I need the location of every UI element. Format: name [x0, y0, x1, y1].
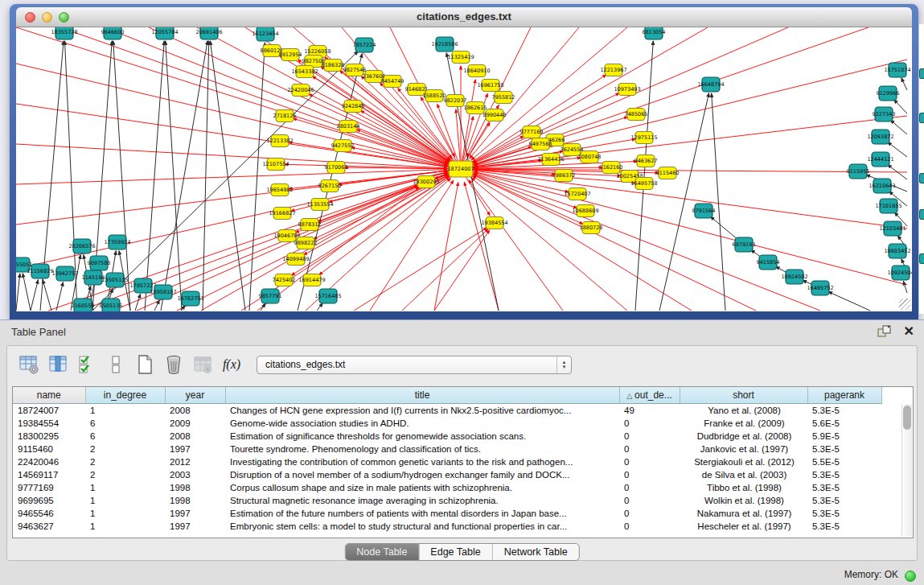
cell-in_degree[interactable]: 2	[85, 443, 165, 455]
network-canvas[interactable]: 7857224192185861664879420691406183557289…	[16, 27, 912, 311]
cell-pagerank[interactable]: 5.3E-5	[807, 494, 881, 507]
cell-in_degree[interactable]: 2	[85, 455, 165, 468]
unselect-all-button[interactable]	[104, 352, 128, 377]
cell-year[interactable]: 2009	[165, 417, 225, 430]
column-header-year[interactable]: year	[165, 387, 225, 403]
cell-out_degree[interactable]: 0	[619, 455, 680, 468]
column-header-in_degree[interactable]: in_degree	[85, 387, 165, 403]
table-row[interactable]: 946362711997Embryonic stem cells: a mode…	[13, 520, 881, 533]
cell-title[interactable]: Embryonic stem cells: a model to study s…	[225, 520, 619, 533]
cell-out_degree[interactable]: 0	[619, 507, 680, 520]
cell-short[interactable]: de Silva et al. (2003)	[680, 468, 807, 481]
window-resize-grip[interactable]	[899, 299, 910, 310]
cell-title[interactable]: Corpus callosum shape and size in male p…	[225, 481, 619, 494]
cell-in_degree[interactable]: 1	[85, 520, 165, 533]
column-header-title[interactable]: title	[225, 387, 619, 403]
cell-title[interactable]: Estimation of the future numbers of pati…	[225, 507, 619, 520]
cell-in_degree[interactable]: 6	[85, 417, 165, 430]
cell-name[interactable]: 14569117	[13, 468, 85, 481]
column-header-out_degree[interactable]: △out_de...	[619, 387, 680, 403]
cell-pagerank[interactable]: 5.3E-5	[807, 443, 881, 455]
network-window-titlebar[interactable]: citations_edges.txt	[16, 7, 912, 27]
new-column-button[interactable]	[133, 352, 157, 377]
cell-in_degree[interactable]: 1	[85, 494, 165, 507]
float-window-icon[interactable]	[877, 325, 892, 338]
cell-short[interactable]: Dudbridge et al. (2008)	[680, 430, 807, 443]
cell-name[interactable]: 9463627	[13, 520, 85, 533]
select-all-button[interactable]	[75, 352, 99, 377]
cell-title[interactable]: Disruption of a novel member of a sodium…	[225, 468, 619, 481]
cell-out_degree[interactable]: 0	[619, 430, 680, 443]
cell-name[interactable]: 22420046	[13, 455, 85, 468]
cell-year[interactable]: 2008	[165, 430, 225, 443]
table-attributes-button[interactable]	[17, 352, 41, 377]
cell-title[interactable]: Tourette syndrome. Phenomenology and cla…	[225, 443, 619, 455]
cell-in_degree[interactable]: 6	[85, 430, 165, 443]
cell-pagerank[interactable]: 5.5E-5	[807, 455, 881, 468]
cell-short[interactable]: Yano et al. (2008)	[680, 403, 807, 417]
cell-year[interactable]: 1998	[165, 481, 225, 494]
cell-out_degree[interactable]: 0	[619, 481, 680, 494]
table-row[interactable]: 2242004622012Investigating the contribut…	[13, 455, 881, 468]
cell-name[interactable]: 19384554	[13, 417, 85, 430]
table-row[interactable]: 1456911722003Disruption of a novel membe…	[13, 468, 881, 481]
cell-name[interactable]: 18724007	[13, 403, 85, 417]
cell-pagerank[interactable]: 5.3E-5	[807, 481, 881, 494]
cell-pagerank[interactable]: 5.3E-5	[807, 403, 881, 417]
table-row[interactable]: 977716911998Corpus callosum shape and si…	[13, 481, 881, 494]
cell-in_degree[interactable]: 1	[85, 507, 165, 520]
cell-title[interactable]: Genome-wide association studies in ADHD.	[225, 417, 619, 430]
cell-out_degree[interactable]: 0	[619, 520, 680, 533]
column-header-pagerank[interactable]: pagerank	[807, 387, 881, 403]
cell-short[interactable]: Nakamura et al. (1997)	[680, 507, 807, 520]
table-row[interactable]: 1830029562008Estimation of significance …	[13, 430, 881, 443]
cell-year[interactable]: 1997	[165, 443, 225, 455]
cell-year[interactable]: 1997	[165, 507, 225, 520]
cell-year[interactable]: 2012	[165, 455, 225, 468]
tab-network-table[interactable]: Network Table	[493, 544, 579, 560]
cell-name[interactable]: 9777169	[13, 481, 85, 494]
tab-node-table[interactable]: Node Table	[345, 544, 419, 560]
function-builder-button[interactable]: f(x)	[220, 352, 244, 377]
cell-in_degree[interactable]: 2	[85, 468, 165, 481]
table-row[interactable]: 1938455462009Genome-wide association stu…	[13, 417, 881, 430]
cell-title[interactable]: Changes of HCN gene expression and I(f) …	[225, 403, 619, 417]
cell-out_degree[interactable]: 0	[619, 417, 680, 430]
close-icon[interactable]: ✕	[904, 323, 914, 339]
memory-status-indicator[interactable]	[905, 571, 916, 582]
cell-pagerank[interactable]: 5.3E-5	[807, 507, 881, 520]
cell-pagerank[interactable]: 5.9E-5	[807, 430, 881, 443]
cell-short[interactable]: Tibbo et al. (1998)	[680, 481, 807, 494]
table-scrollbar[interactable]	[901, 404, 912, 537]
cell-title[interactable]: Estimation of significance thresholds fo…	[225, 430, 619, 443]
column-header-name[interactable]: name	[13, 387, 85, 403]
tab-edge-table[interactable]: Edge Table	[419, 544, 492, 560]
table-selector-dropdown[interactable]: citations_edges.txt ▲▼	[257, 356, 572, 374]
table-row[interactable]: 969969511998Structural magnetic resonanc…	[13, 494, 881, 507]
cell-short[interactable]: Jankovic et al. (1997)	[680, 443, 807, 455]
table-row[interactable]: 911546021997Tourette syndrome. Phenomeno…	[13, 443, 881, 455]
delete-column-button[interactable]	[162, 352, 186, 377]
cell-name[interactable]: 9465546	[13, 507, 85, 520]
table-row[interactable]: 946554611997Estimation of the future num…	[13, 507, 881, 520]
cell-in_degree[interactable]: 1	[85, 403, 165, 417]
cell-title[interactable]: Investigating the contribution of common…	[225, 455, 619, 468]
cell-name[interactable]: 9699695	[13, 494, 85, 507]
delete-table-button[interactable]	[191, 352, 215, 377]
cell-name[interactable]: 9115460	[13, 443, 85, 455]
cell-pagerank[interactable]: 5.3E-5	[807, 468, 881, 481]
cell-year[interactable]: 2003	[165, 468, 225, 481]
cell-in_degree[interactable]: 1	[85, 481, 165, 494]
column-header-short[interactable]: short	[680, 387, 807, 403]
network-view-window[interactable]: citations_edges.txt 78572241921858616648…	[10, 4, 918, 319]
select-columns-button[interactable]	[46, 352, 70, 377]
cell-short[interactable]: Stergiakouli et al. (2012)	[680, 455, 807, 468]
cell-short[interactable]: Wolkin et al. (1998)	[680, 494, 807, 507]
cell-out_degree[interactable]: 0	[619, 468, 680, 481]
cell-out_degree[interactable]: 49	[619, 403, 680, 417]
cell-year[interactable]: 1998	[165, 494, 225, 507]
cell-out_degree[interactable]: 0	[619, 443, 680, 455]
table-scrollbar-thumb[interactable]	[903, 406, 911, 430]
cell-short[interactable]: Franke et al. (2009)	[680, 417, 807, 430]
cell-year[interactable]: 2008	[165, 403, 225, 417]
